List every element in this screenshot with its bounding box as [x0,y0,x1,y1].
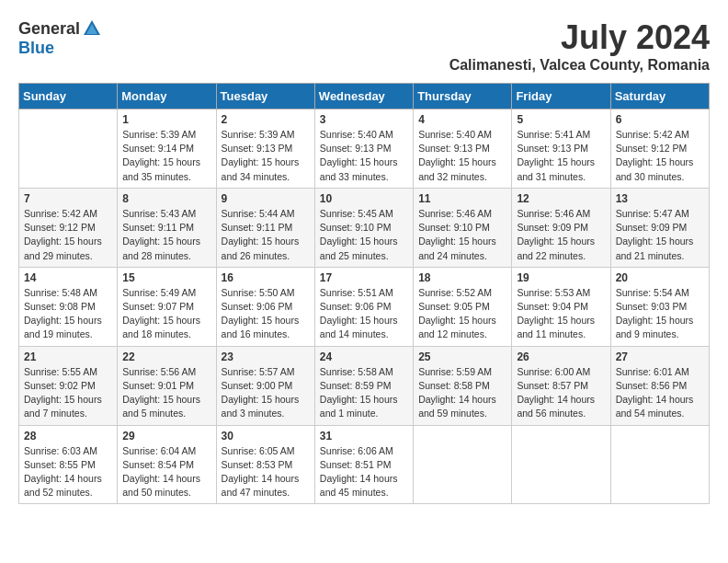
day-info: Sunrise: 5:43 AMSunset: 9:11 PMDaylight:… [122,207,210,263]
table-row: 2 Sunrise: 5:39 AMSunset: 9:13 PMDayligh… [216,109,314,189]
day-number: 24 [320,350,408,363]
calendar-header-row: Sunday Monday Tuesday Wednesday Thursday… [19,84,710,109]
table-row: 13 Sunrise: 5:47 AMSunset: 9:09 PMDaylig… [610,188,709,267]
day-number: 4 [418,113,506,126]
table-row [512,425,610,504]
day-info: Sunrise: 5:42 AMSunset: 9:12 PMDaylight:… [24,207,112,263]
day-number: 8 [122,192,210,205]
day-info: Sunrise: 5:52 AMSunset: 9:05 PMDaylight:… [418,286,506,342]
day-number: 26 [517,350,605,363]
table-row: 7 Sunrise: 5:42 AMSunset: 9:12 PMDayligh… [19,188,118,267]
day-number: 30 [222,430,310,442]
table-row: 9 Sunrise: 5:44 AMSunset: 9:11 PMDayligh… [216,188,314,267]
day-number: 12 [517,192,605,205]
logo: General Blue [18,18,102,58]
table-row: 8 Sunrise: 5:43 AMSunset: 9:11 PMDayligh… [118,188,216,267]
day-number: 9 [222,192,310,205]
table-row: 26 Sunrise: 6:00 AMSunset: 8:57 PMDaylig… [512,346,610,425]
day-info: Sunrise: 5:51 AMSunset: 9:06 PMDaylight:… [320,286,408,342]
table-row: 31 Sunrise: 6:06 AMSunset: 8:51 PMDaylig… [314,425,413,504]
table-row: 21 Sunrise: 5:55 AMSunset: 9:02 PMDaylig… [19,346,118,425]
col-wednesday: Wednesday [314,84,413,109]
day-number: 5 [517,113,605,126]
logo-general-text: General [18,19,80,39]
table-row: 28 Sunrise: 6:03 AMSunset: 8:55 PMDaylig… [19,425,118,504]
day-info: Sunrise: 5:41 AMSunset: 9:13 PMDaylight:… [517,128,605,184]
day-info: Sunrise: 6:04 AMSunset: 8:54 PMDaylight:… [122,444,210,500]
table-row: 25 Sunrise: 5:59 AMSunset: 8:58 PMDaylig… [414,346,512,425]
table-row: 15 Sunrise: 5:49 AMSunset: 9:07 PMDaylig… [118,267,216,346]
day-number: 11 [418,192,506,205]
day-info: Sunrise: 5:56 AMSunset: 9:01 PMDaylight:… [122,365,210,421]
day-info: Sunrise: 5:48 AMSunset: 9:08 PMDaylight:… [24,286,112,342]
day-info: Sunrise: 5:47 AMSunset: 9:09 PMDaylight:… [616,207,704,263]
table-row: 27 Sunrise: 6:01 AMSunset: 8:56 PMDaylig… [610,346,709,425]
day-number: 7 [24,192,112,205]
day-info: Sunrise: 6:01 AMSunset: 8:56 PMDaylight:… [616,365,704,421]
table-row: 11 Sunrise: 5:46 AMSunset: 9:10 PMDaylig… [414,188,512,267]
location-subtitle: Calimanesti, Valcea County, Romania [449,57,710,74]
day-info: Sunrise: 5:53 AMSunset: 9:04 PMDaylight:… [517,286,605,342]
day-number: 31 [320,430,408,442]
day-number: 3 [320,113,408,126]
day-number: 15 [122,271,210,284]
table-row: 20 Sunrise: 5:54 AMSunset: 9:03 PMDaylig… [610,267,709,346]
day-number: 23 [222,350,310,363]
day-number: 16 [222,271,310,284]
calendar-week-row: 1 Sunrise: 5:39 AMSunset: 9:14 PMDayligh… [19,109,710,189]
day-info: Sunrise: 5:40 AMSunset: 9:13 PMDaylight:… [418,128,506,184]
day-info: Sunrise: 5:40 AMSunset: 9:13 PMDaylight:… [320,128,408,184]
day-number: 20 [616,271,704,284]
table-row: 14 Sunrise: 5:48 AMSunset: 9:08 PMDaylig… [19,267,118,346]
calendar-week-row: 14 Sunrise: 5:48 AMSunset: 9:08 PMDaylig… [19,267,710,346]
day-info: Sunrise: 5:46 AMSunset: 9:10 PMDaylight:… [418,207,506,263]
day-number: 10 [320,192,408,205]
day-info: Sunrise: 6:03 AMSunset: 8:55 PMDaylight:… [24,444,112,500]
day-number: 6 [616,113,704,126]
table-row: 1 Sunrise: 5:39 AMSunset: 9:14 PMDayligh… [118,109,216,189]
table-row: 4 Sunrise: 5:40 AMSunset: 9:13 PMDayligh… [414,109,512,189]
day-number: 19 [517,271,605,284]
day-info: Sunrise: 5:54 AMSunset: 9:03 PMDaylight:… [616,286,704,342]
logo-blue-text: Blue [18,39,54,58]
calendar-week-row: 28 Sunrise: 6:03 AMSunset: 8:55 PMDaylig… [19,425,710,504]
day-number: 21 [24,350,112,363]
table-row [610,425,709,504]
day-info: Sunrise: 5:50 AMSunset: 9:06 PMDaylight:… [222,286,310,342]
table-row [19,109,118,189]
day-info: Sunrise: 5:44 AMSunset: 9:11 PMDaylight:… [222,207,310,263]
day-number: 28 [24,430,112,442]
day-number: 2 [222,113,310,126]
table-row: 12 Sunrise: 5:46 AMSunset: 9:09 PMDaylig… [512,188,610,267]
day-number: 29 [122,430,210,442]
col-tuesday: Tuesday [216,84,314,109]
logo-icon [82,18,102,39]
col-monday: Monday [118,84,216,109]
table-row: 22 Sunrise: 5:56 AMSunset: 9:01 PMDaylig… [118,346,216,425]
calendar-week-row: 7 Sunrise: 5:42 AMSunset: 9:12 PMDayligh… [19,188,710,267]
day-info: Sunrise: 5:49 AMSunset: 9:07 PMDaylight:… [122,286,210,342]
table-row: 17 Sunrise: 5:51 AMSunset: 9:06 PMDaylig… [314,267,413,346]
day-number: 17 [320,271,408,284]
day-number: 13 [616,192,704,205]
day-info: Sunrise: 6:05 AMSunset: 8:53 PMDaylight:… [222,444,310,500]
col-sunday: Sunday [19,84,118,109]
day-info: Sunrise: 5:39 AMSunset: 9:14 PMDaylight:… [122,128,210,184]
table-row: 10 Sunrise: 5:45 AMSunset: 9:10 PMDaylig… [314,188,413,267]
table-row: 3 Sunrise: 5:40 AMSunset: 9:13 PMDayligh… [314,109,413,189]
table-row: 18 Sunrise: 5:52 AMSunset: 9:05 PMDaylig… [414,267,512,346]
col-thursday: Thursday [414,84,512,109]
day-number: 18 [418,271,506,284]
table-row: 6 Sunrise: 5:42 AMSunset: 9:12 PMDayligh… [610,109,709,189]
table-row: 5 Sunrise: 5:41 AMSunset: 9:13 PMDayligh… [512,109,610,189]
day-number: 27 [616,350,704,363]
day-number: 22 [122,350,210,363]
day-number: 1 [122,113,210,126]
table-row: 19 Sunrise: 5:53 AMSunset: 9:04 PMDaylig… [512,267,610,346]
table-row [414,425,512,504]
col-friday: Friday [512,84,610,109]
day-info: Sunrise: 5:57 AMSunset: 9:00 PMDaylight:… [222,365,310,421]
calendar-week-row: 21 Sunrise: 5:55 AMSunset: 9:02 PMDaylig… [19,346,710,425]
table-row: 30 Sunrise: 6:05 AMSunset: 8:53 PMDaylig… [216,425,314,504]
day-number: 25 [418,350,506,363]
